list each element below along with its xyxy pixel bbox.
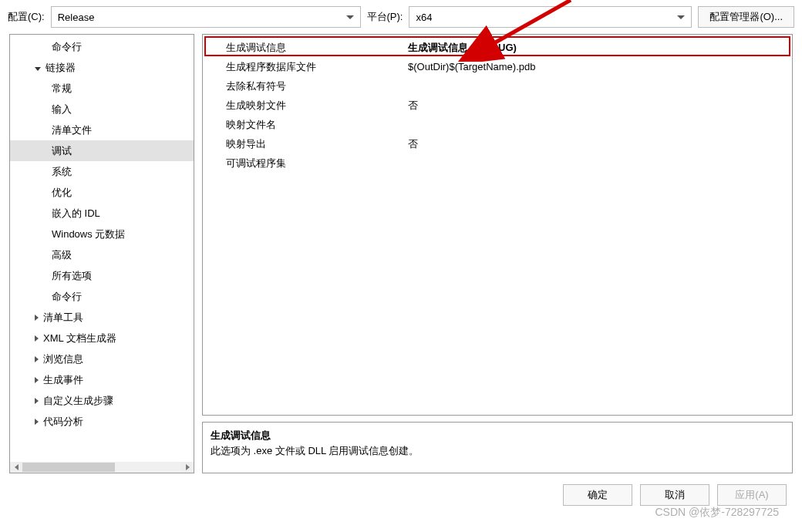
expander-closed-icon[interactable] <box>35 356 39 362</box>
tree-item[interactable]: 输入 <box>10 99 194 120</box>
tree-item[interactable]: XML 文档生成器 <box>10 328 194 348</box>
arrow-right-icon <box>186 464 190 470</box>
expander-closed-icon[interactable] <box>35 419 39 425</box>
ok-button[interactable]: 确定 <box>563 484 632 506</box>
tree-item[interactable]: 常规 <box>10 78 194 99</box>
tree-item-label: 命令行 <box>52 40 82 54</box>
tree-item[interactable]: 所有选项 <box>10 265 194 286</box>
property-row[interactable]: 去除私有符号 <box>203 76 792 96</box>
property-key: 生成映射文件 <box>203 99 406 113</box>
apply-button[interactable]: 应用(A) <box>717 484 787 506</box>
tree-item-label: 链接器 <box>45 61 76 75</box>
description-text: 此选项为 .exe 文件或 DLL 启用调试信息创建。 <box>211 444 784 458</box>
tree-item-label: 系统 <box>52 165 72 179</box>
property-key: 生成调试信息 <box>203 41 406 55</box>
scroll-thumb[interactable] <box>22 463 115 472</box>
right-area: 生成调试信息生成调试信息 (/DEBUG)生成程序数据库文件$(OutDir)$… <box>202 34 793 473</box>
tree-item[interactable]: 系统 <box>10 161 194 182</box>
tree-item-label: Windows 元数据 <box>52 227 125 241</box>
property-key: 可调试程序集 <box>203 157 406 170</box>
scroll-track[interactable] <box>22 462 181 473</box>
property-row[interactable]: 生成调试信息生成调试信息 (/DEBUG) <box>203 38 792 57</box>
description-panel: 生成调试信息 此选项为 .exe 文件或 DLL 启用调试信息创建。 <box>202 422 793 473</box>
cancel-button[interactable]: 取消 <box>640 484 709 506</box>
platform-label: 平台(P): <box>367 10 403 24</box>
config-select[interactable]: Release <box>51 6 361 28</box>
expander-closed-icon[interactable] <box>35 315 39 321</box>
tree-item-label: 命令行 <box>52 290 82 304</box>
tree-item-label: 调试 <box>52 144 72 158</box>
tree-h-scrollbar[interactable] <box>10 462 194 473</box>
chevron-down-icon <box>677 15 685 19</box>
tree-item[interactable]: 代码分析 <box>10 411 194 432</box>
tree-item-label: 所有选项 <box>52 269 92 283</box>
property-key: 映射导出 <box>203 137 406 151</box>
tree-item-label: 代码分析 <box>43 415 83 429</box>
property-value[interactable]: 否 <box>406 99 792 113</box>
tree-item[interactable]: 清单工具 <box>10 307 194 328</box>
tree-item[interactable]: 自定义生成步骤 <box>10 390 194 411</box>
tree-item-label: 清单工具 <box>43 311 83 325</box>
tree-item[interactable]: 高级 <box>10 244 194 265</box>
tree-item-label: 输入 <box>52 103 72 116</box>
property-row[interactable]: 可调试程序集 <box>203 153 792 173</box>
expander-closed-icon[interactable] <box>35 398 39 404</box>
property-row[interactable]: 映射文件名 <box>203 115 792 134</box>
tree-item[interactable]: 嵌入的 IDL <box>10 203 194 224</box>
scroll-right-button[interactable] <box>181 462 194 473</box>
property-row[interactable]: 生成映射文件否 <box>203 96 792 115</box>
tree-item-label: 常规 <box>52 82 72 96</box>
expander-closed-icon[interactable] <box>35 377 39 383</box>
tree-item-label: 生成事件 <box>43 373 83 387</box>
platform-value: x64 <box>416 12 672 23</box>
config-manager-button[interactable]: 配置管理器(O)... <box>698 6 794 28</box>
tree-item-label: 自定义生成步骤 <box>43 394 113 408</box>
property-row[interactable]: 生成程序数据库文件$(OutDir)$(TargetName).pdb <box>203 57 792 76</box>
platform-select[interactable]: x64 <box>409 6 692 28</box>
expander-closed-icon[interactable] <box>35 335 39 342</box>
tree-item-label: 优化 <box>52 186 72 200</box>
dialog-button-bar: 确定 取消 应用(A) <box>0 473 802 506</box>
property-key: 去除私有符号 <box>203 79 406 93</box>
tree-item[interactable]: 浏览信息 <box>10 348 194 369</box>
category-tree-panel: 命令行链接器常规输入清单文件调试系统优化嵌入的 IDLWindows 元数据高级… <box>9 34 194 473</box>
property-key: 映射文件名 <box>203 118 406 132</box>
arrow-left-icon <box>15 464 19 470</box>
property-key: 生成程序数据库文件 <box>203 60 406 74</box>
tree-item[interactable]: 链接器 <box>10 57 194 78</box>
chevron-down-icon <box>346 15 354 19</box>
tree-item-label: 高级 <box>52 248 72 262</box>
property-grid: 生成调试信息生成调试信息 (/DEBUG)生成程序数据库文件$(OutDir)$… <box>202 34 793 416</box>
main-area: 命令行链接器常规输入清单文件调试系统优化嵌入的 IDLWindows 元数据高级… <box>0 34 802 473</box>
tree-item-label: XML 文档生成器 <box>43 332 116 345</box>
tree-item[interactable]: 命令行 <box>10 36 194 57</box>
tree-item-label: 浏览信息 <box>43 352 83 366</box>
property-row[interactable]: 映射导出否 <box>203 134 792 153</box>
tree-item[interactable]: 命令行 <box>10 286 194 307</box>
property-value[interactable]: $(OutDir)$(TargetName).pdb <box>406 61 792 72</box>
description-title: 生成调试信息 <box>211 429 784 443</box>
tree-item-label: 嵌入的 IDL <box>52 207 100 221</box>
property-value[interactable]: 否 <box>406 137 792 151</box>
tree-item[interactable]: 生成事件 <box>10 369 194 390</box>
config-label: 配置(C): <box>8 10 45 24</box>
config-value: Release <box>58 12 342 23</box>
tree-item[interactable]: Windows 元数据 <box>10 224 194 244</box>
tree-item[interactable]: 调试 <box>10 140 194 161</box>
tree-item[interactable]: 优化 <box>10 182 194 203</box>
expander-open-icon[interactable] <box>35 67 41 71</box>
scroll-left-button[interactable] <box>10 462 22 473</box>
property-value[interactable]: 生成调试信息 (/DEBUG) <box>406 41 792 55</box>
tree-item-label: 清单文件 <box>52 123 92 137</box>
tree-item[interactable]: 清单文件 <box>10 120 194 140</box>
watermark-text: CSDN @依梦-728297725 <box>655 506 779 520</box>
top-toolbar: 配置(C): Release 平台(P): x64 配置管理器(O)... <box>0 0 802 34</box>
